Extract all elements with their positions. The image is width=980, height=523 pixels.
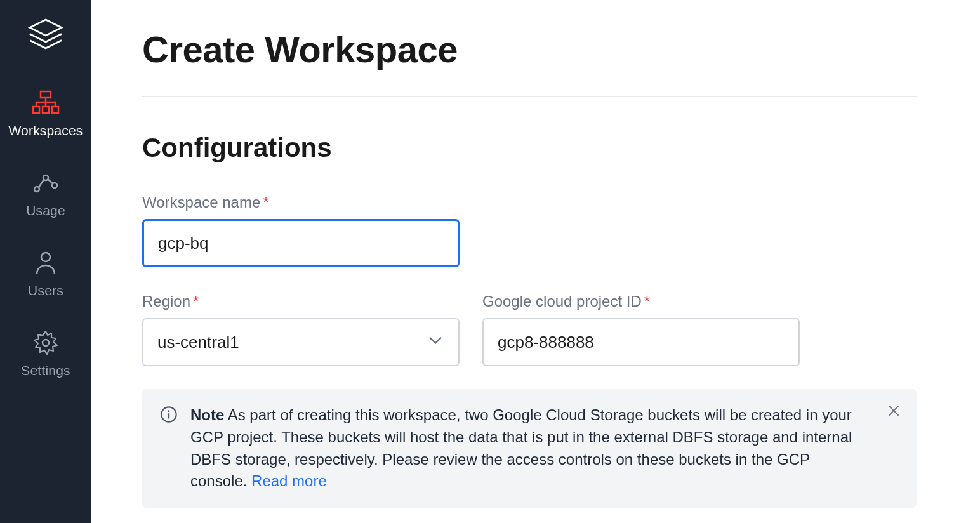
users-icon <box>32 249 60 277</box>
region-select[interactable]: us-central1 <box>142 318 460 366</box>
svg-point-4 <box>34 187 39 192</box>
close-icon[interactable] <box>886 403 901 421</box>
sidebar-item-label: Settings <box>21 363 70 378</box>
sidebar-item-label: Users <box>28 283 63 298</box>
main-content: Create Workspace Configurations Workspac… <box>91 0 980 523</box>
databricks-logo-icon <box>27 17 65 55</box>
usage-icon <box>32 169 60 197</box>
app-logo <box>0 10 91 74</box>
sidebar-item-users[interactable]: Users <box>0 234 91 314</box>
section-title-configurations: Configurations <box>142 133 917 163</box>
svg-point-7 <box>41 253 50 262</box>
gcp-project-id-label: Google cloud project ID* <box>482 293 800 310</box>
info-icon <box>160 406 178 426</box>
region-label: Region* <box>142 293 460 310</box>
chevron-down-icon <box>427 331 444 354</box>
page-title: Create Workspace <box>142 28 917 97</box>
svg-point-6 <box>52 183 57 188</box>
sidebar-item-workspaces[interactable]: Workspaces <box>0 74 91 154</box>
settings-icon <box>32 329 60 357</box>
svg-rect-0 <box>41 91 51 98</box>
workspace-name-label: Workspace name* <box>142 194 917 211</box>
info-note: Note As part of creating this workspace,… <box>142 389 917 508</box>
note-text: Note As part of creating this workspace,… <box>190 404 899 493</box>
svg-rect-1 <box>33 107 39 113</box>
sidebar-item-usage[interactable]: Usage <box>0 154 91 234</box>
svg-point-10 <box>168 410 170 412</box>
svg-rect-11 <box>168 413 169 418</box>
sidebar: Workspaces Usage Users <box>0 0 91 523</box>
sidebar-item-label: Usage <box>26 203 65 218</box>
svg-rect-2 <box>43 107 49 113</box>
sidebar-item-settings[interactable]: Settings <box>0 314 91 394</box>
sidebar-item-label: Workspaces <box>8 123 83 138</box>
svg-rect-3 <box>52 107 58 113</box>
workspaces-icon <box>32 89 60 117</box>
gcp-project-id-input[interactable] <box>482 318 800 366</box>
workspace-name-input[interactable] <box>142 219 460 267</box>
svg-point-8 <box>43 340 49 346</box>
read-more-link[interactable]: Read more <box>251 472 327 489</box>
region-select-value: us-central1 <box>157 333 239 352</box>
